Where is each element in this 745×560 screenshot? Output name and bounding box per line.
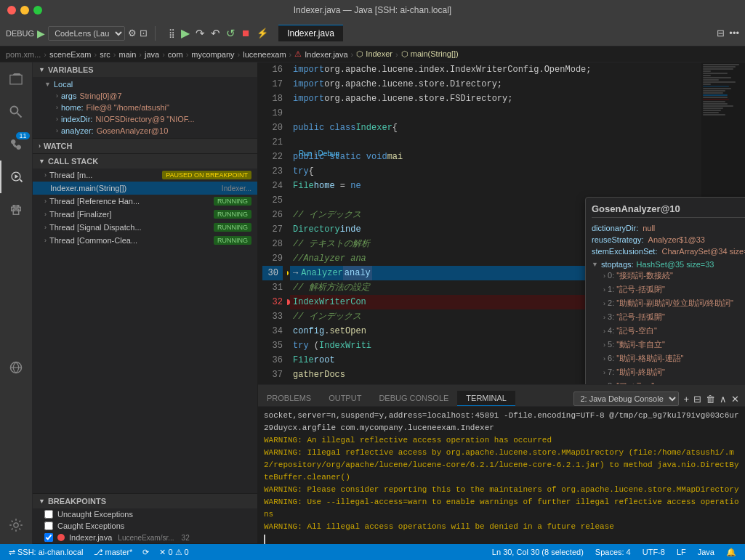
editor-tab-indexer[interactable]: Indexer.java <box>278 25 343 41</box>
breadcrumb-item[interactable]: com <box>168 50 183 59</box>
debug-label: DEBUG <box>6 29 34 38</box>
terminal-line-6: WARNING: All illegal access operations w… <box>264 521 739 533</box>
var-indexdir[interactable]: › indexDir: NIOFSDirectory@9 "NIOF... <box>33 113 257 125</box>
sidebar-item-explorer[interactable] <box>0 62 33 95</box>
status-spaces[interactable]: Spaces: 4 <box>592 548 634 556</box>
sidebar-item-remote[interactable] <box>0 351 33 384</box>
run-debug-link[interactable]: Run | Debug <box>299 150 339 158</box>
terminal-content[interactable]: socket,server=n,suspend=y,address=localh… <box>258 407 745 544</box>
continue-icon[interactable]: ▶ <box>181 26 190 40</box>
warning-icon: ⚠ <box>175 548 182 557</box>
call-stack-ref-handler[interactable]: › Thread [Reference Han... RUNNING <box>33 195 257 208</box>
sidebar-item-run[interactable] <box>0 161 33 193</box>
more-actions-icon[interactable]: ••• <box>729 28 739 38</box>
codelens-select[interactable]: CodeLens (Lau <box>48 26 125 41</box>
sidebar-item-source-control[interactable]: 11 <box>0 128 33 161</box>
step-over-icon[interactable]: ⣿ <box>169 28 175 38</box>
breadcrumb-item[interactable]: pom.xm... <box>6 50 41 59</box>
status-ssh[interactable]: ⇌ SSH: ai-chan.local <box>6 548 86 557</box>
status-eol[interactable]: LF <box>674 548 689 556</box>
close-panel-button[interactable]: ✕ <box>731 394 739 405</box>
source-control-badge: 11 <box>16 132 29 139</box>
split-editor-icon[interactable]: ⊟ <box>717 28 725 38</box>
array-item-4[interactable]: › 4: "記号-空白" <box>592 324 745 338</box>
expand-icon[interactable]: ⊡ <box>140 28 148 38</box>
hot-reload-icon[interactable]: ⚡ <box>257 28 268 38</box>
close-button[interactable] <box>7 6 16 15</box>
status-sync[interactable]: ⟳ <box>140 548 152 557</box>
sidebar-item-settings[interactable] <box>0 508 33 541</box>
split-terminal-button[interactable]: ⊟ <box>693 394 701 405</box>
call-stack-signal[interactable]: › Thread [Signal Dispatch... RUNNING <box>33 221 257 234</box>
code-line-16: import org.apache.lucene.index.IndexWrit… <box>290 62 701 77</box>
tab-terminal[interactable]: TERMINAL <box>457 391 515 406</box>
debug-play-button[interactable]: ▶ <box>37 28 45 39</box>
gear-icon[interactable]: ⚙ <box>128 28 137 38</box>
status-encoding[interactable]: UTF-8 <box>640 548 668 556</box>
array-item-6[interactable]: › 6: "助詞-格助詞-連語" <box>592 352 745 365</box>
status-errors[interactable]: ✕ 0 ⚠ 0 <box>156 548 191 557</box>
call-stack-section: ▼ CALL STACK › Thread [m... PAUSED ON BR… <box>33 154 257 494</box>
breadcrumb-item[interactable]: luceneexam <box>243 50 286 59</box>
call-stack-common[interactable]: › Thread [Common-Clea... RUNNING <box>33 234 257 247</box>
breadcrumb-item[interactable]: main <box>118 50 136 59</box>
debug-console-select[interactable]: 2: Java Debug Console <box>573 391 679 406</box>
variables-header[interactable]: ▼ VARIABLES <box>33 62 257 77</box>
popup-prop-dict: dictionaryDir: null <box>592 222 745 234</box>
stop-icon[interactable]: ⏹ <box>241 28 251 38</box>
call-stack-indexer-main[interactable]: Indexer.main(String[]) Indexer... <box>33 182 257 195</box>
status-position[interactable]: Ln 30, Col 30 (8 selected) <box>489 548 587 556</box>
breadcrumb-file[interactable]: ⚠ <box>294 49 302 59</box>
tab-debug-console[interactable]: DEBUG CONSOLE <box>370 391 457 406</box>
bp-indexer[interactable]: Indexer.java LuceneExam/sr... 32 <box>33 532 257 543</box>
var-analyzer[interactable]: › analyzer: GosenAnalyzer@10 <box>33 125 257 137</box>
add-terminal-button[interactable]: + <box>683 394 689 405</box>
svg-line-1 <box>17 113 22 117</box>
array-item-8[interactable]: › 8: "フィラー" <box>592 379 745 384</box>
breadcrumb-item[interactable]: java <box>145 50 159 59</box>
step-out-icon[interactable]: ↶ <box>211 27 220 40</box>
maximize-button[interactable] <box>33 6 42 15</box>
tab-problems[interactable]: PROBLEMS <box>258 391 320 406</box>
debug-actions: ⣿ ▶ ↷ ↶ ↺ ⏹ ⚡ <box>169 26 268 40</box>
status-notifications[interactable]: 🔔 <box>723 548 739 557</box>
breadcrumb-item[interactable]: ⬡ main(String[]) <box>401 49 459 59</box>
array-item-7[interactable]: › 7: "助詞-終助詞" <box>592 365 745 379</box>
debug-toolbar: DEBUG ▶ CodeLens (Lau ⚙ ⊡ <box>6 26 148 41</box>
call-stack-header[interactable]: ▼ CALL STACK <box>33 154 257 169</box>
breadcrumb-item[interactable]: mycompany <box>191 50 234 59</box>
var-home[interactable]: › home: File@8 "/home/atsushi" <box>33 102 257 113</box>
tab-output[interactable]: OUTPUT <box>320 391 370 406</box>
terminal-line-3: WARNING: Illegal reflective access by or… <box>264 447 739 484</box>
sidebar-item-search[interactable] <box>0 95 33 128</box>
call-stack-finalizer[interactable]: › Thread [Finalizer] RUNNING <box>33 208 257 221</box>
code-line-22: public static void mai <box>290 150 701 164</box>
minimize-button[interactable] <box>20 6 29 15</box>
bp-caught[interactable]: Caught Exceptions <box>33 520 257 532</box>
breadcrumb-item[interactable]: Indexer.java <box>305 50 347 59</box>
array-item-2[interactable]: › 2: "助動詞-副助詞/並立助詞/終助詞" <box>592 296 745 310</box>
restart-icon[interactable]: ↺ <box>226 27 235 40</box>
code-editor[interactable]: 1617181920 2122232425 26272829 30 31 32 … <box>258 62 745 384</box>
array-item-5[interactable]: › 5: "動詞-非自立" <box>592 338 745 352</box>
status-language[interactable]: Java <box>695 548 717 556</box>
bp-uncaught[interactable]: Uncaught Exceptions <box>33 508 257 520</box>
local-group[interactable]: ▼ Local <box>33 78 257 90</box>
watch-header[interactable]: › WATCH <box>33 139 257 153</box>
svg-point-0 <box>11 106 18 113</box>
status-branch[interactable]: ⎇ master* <box>91 548 136 557</box>
var-args[interactable]: › args String[0]@7 <box>33 90 257 102</box>
array-item-0[interactable]: › 0: "接頭詞-数接続" <box>592 269 745 283</box>
sidebar-item-extensions[interactable] <box>0 193 33 226</box>
breadcrumb-item[interactable]: ⬡ Indexer <box>356 49 392 59</box>
array-item-1[interactable]: › 1: "記号-括弧閉" <box>592 283 745 296</box>
window-title: Indexer.java — Java [SSH: ai-chan.local] <box>294 5 451 15</box>
call-stack-thread-main[interactable]: › Thread [m... PAUSED ON BREAKPOINT <box>33 169 257 182</box>
breadcrumb-item[interactable]: sceneExam <box>49 50 91 59</box>
breakpoints-header[interactable]: ▼ BREAKPOINTS <box>33 494 257 508</box>
delete-terminal-button[interactable]: 🗑 <box>706 394 715 405</box>
step-into-icon[interactable]: ↷ <box>196 27 205 40</box>
breadcrumb-item[interactable]: src <box>100 50 110 59</box>
maximize-panel-button[interactable]: ∧ <box>720 394 727 405</box>
array-item-3[interactable]: › 3: "記号-括弧開" <box>592 310 745 324</box>
